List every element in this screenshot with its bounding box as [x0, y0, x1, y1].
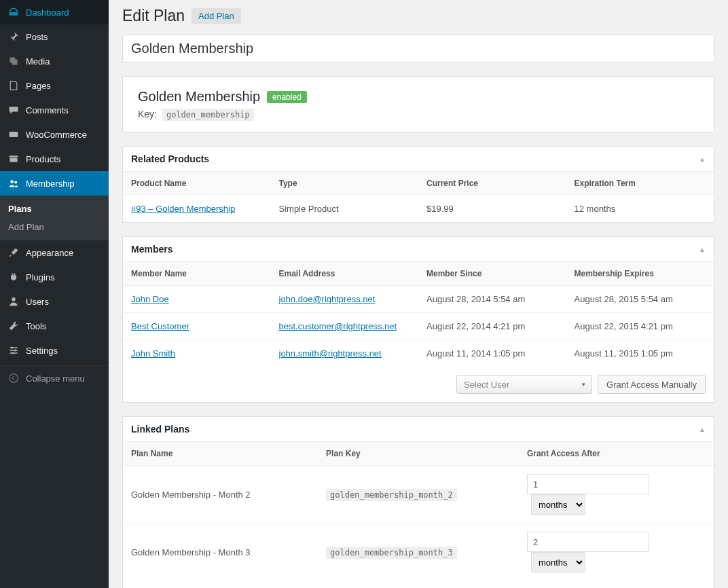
sidebar-item-label: Membership [26, 179, 75, 189]
submenu-item-add-plan[interactable]: Add Plan [0, 218, 109, 236]
sidebar-item-tools[interactable]: Tools [0, 314, 109, 338]
sidebar-item-dashboard[interactable]: Dashboard [0, 0, 109, 24]
table-row: John Doe john.doe@rightpress.net August … [123, 286, 714, 313]
member-link[interactable]: John Smith [131, 348, 175, 359]
panel-title: Members [131, 244, 172, 255]
sliders-icon [7, 344, 20, 357]
key-value: golden_membership [162, 109, 254, 121]
sidebar-item-membership[interactable]: Membership [0, 171, 109, 196]
sidebar-item-label: Products [26, 154, 60, 164]
svg-point-1 [10, 180, 14, 183]
key-label: Key: [138, 109, 157, 120]
archive-icon [7, 152, 20, 166]
add-plan-button[interactable]: Add Plan [192, 8, 241, 24]
sidebar-item-label: WooCommerce [26, 130, 87, 140]
email-link[interactable]: best.customer@rightpress.net [279, 321, 397, 331]
comment-icon [7, 103, 20, 117]
sidebar-item-label: Plugins [26, 272, 55, 282]
member-link[interactable]: John Doe [131, 294, 169, 304]
related-products-panel: Related Products ▲ Product Name Type Cur… [122, 146, 714, 223]
grant-unit-select[interactable]: months [531, 552, 585, 572]
plug-icon [7, 270, 20, 284]
svg-rect-0 [10, 132, 18, 137]
select-placeholder: Select User [464, 380, 509, 390]
panel-toggle-icon[interactable]: ▲ [699, 426, 706, 433]
col-email: Email Address [271, 262, 419, 286]
member-since: August 22, 2014 4:21 pm [418, 313, 566, 340]
table-row: Best Customer best.customer@rightpress.n… [123, 313, 714, 340]
brush-icon [7, 246, 20, 259]
wrench-icon [7, 319, 20, 333]
product-term: 12 months [566, 196, 714, 223]
admin-sidebar: Dashboard Posts Media Pages Comments Woo… [0, 0, 109, 588]
sidebar-item-pages[interactable]: Pages [0, 73, 109, 98]
email-link[interactable]: john.smith@rightpress.net [279, 348, 382, 359]
media-icon [7, 54, 20, 68]
sidebar-item-media[interactable]: Media [0, 49, 109, 73]
dashboard-icon [7, 5, 20, 19]
plan-title-box [122, 35, 714, 62]
page-icon [7, 79, 20, 92]
table-row: Golden Membership - Month 3 golden_membe… [123, 523, 714, 581]
sidebar-item-users[interactable]: Users [0, 289, 109, 314]
col-plan-name: Plan Name [123, 442, 318, 466]
product-type: Simple Product [271, 196, 419, 223]
sidebar-item-comments[interactable]: Comments [0, 98, 109, 122]
grant-access-button[interactable]: Grant Access Manually [598, 375, 706, 394]
member-expires: August 28, 2015 5:54 am [566, 286, 714, 313]
col-grant: Grant Access After [519, 442, 714, 466]
product-link[interactable]: #93 – Golden Membership [131, 204, 235, 214]
plan-title-input[interactable] [131, 41, 706, 56]
sidebar-item-plugins[interactable]: Plugins [0, 265, 109, 289]
status-badge: enabled [267, 91, 307, 103]
submenu-item-plans[interactable]: Plans [0, 200, 109, 218]
svg-point-5 [14, 349, 16, 351]
collapse-icon [7, 371, 20, 385]
sidebar-item-appearance[interactable]: Appearance [0, 240, 109, 265]
member-expires: August 22, 2015 4:21 pm [566, 313, 714, 340]
sidebar-item-label: Posts [26, 32, 48, 42]
product-price: $19.99 [418, 196, 566, 223]
linked-plan-key: golden_membership_month_3 [326, 547, 457, 559]
select-user-dropdown[interactable]: Select User [456, 375, 592, 394]
member-link[interactable]: Best Customer [131, 321, 189, 331]
panel-title: Linked Plans [131, 424, 189, 435]
col-type: Type [271, 172, 419, 196]
woocommerce-icon [7, 128, 20, 141]
col-expires: Membership Expires [566, 262, 714, 286]
main-content: Edit Plan Add Plan Golden Membership ena… [109, 0, 728, 588]
grant-value-input[interactable] [527, 532, 649, 552]
grant-unit-select[interactable]: months [531, 494, 585, 515]
collapse-menu-button[interactable]: Collapse menu [0, 365, 109, 390]
email-link[interactable]: john.doe@rightpress.net [279, 294, 376, 304]
sidebar-item-label: Settings [26, 346, 58, 356]
panel-title: Related Products [131, 153, 209, 164]
svg-point-7 [10, 374, 18, 383]
sidebar-item-label: Pages [26, 81, 51, 91]
sidebar-item-label: Dashboard [26, 7, 69, 18]
svg-point-6 [12, 352, 14, 354]
col-price: Current Price [418, 172, 566, 196]
sidebar-item-settings[interactable]: Settings [0, 338, 109, 363]
col-member-name: Member Name [123, 262, 271, 286]
sidebar-item-posts[interactable]: Posts [0, 24, 109, 49]
panel-toggle-icon[interactable]: ▲ [699, 155, 706, 163]
linked-plans-panel: Linked Plans ▲ Plan Name Plan Key Grant … [122, 416, 714, 588]
col-term: Expiration Term [566, 172, 714, 196]
sidebar-item-label: Comments [26, 105, 69, 115]
grant-value-input[interactable] [527, 474, 649, 494]
sidebar-item-label: Media [26, 56, 50, 67]
svg-point-4 [11, 346, 13, 348]
linked-plan-name: Golden Membership - Month 3 [123, 523, 318, 581]
linked-plan-name: Golden Membership - Month 2 [123, 466, 318, 523]
plan-name-label: Golden Membership [138, 89, 260, 105]
sidebar-item-products[interactable]: Products [0, 147, 109, 171]
sidebar-item-woocommerce[interactable]: WooCommerce [0, 122, 109, 147]
sidebar-item-label: Tools [26, 321, 46, 331]
table-row: John Smith john.smith@rightpress.net Aug… [123, 340, 714, 367]
panel-toggle-icon[interactable]: ▲ [699, 246, 706, 253]
members-panel: Members ▲ Member Name Email Address Memb… [122, 236, 714, 403]
member-expires: August 11, 2015 1:05 pm [566, 340, 714, 367]
member-since: August 11, 2014 1:05 pm [418, 340, 566, 367]
table-row: Golden Membership - Month 2 golden_membe… [123, 466, 714, 523]
